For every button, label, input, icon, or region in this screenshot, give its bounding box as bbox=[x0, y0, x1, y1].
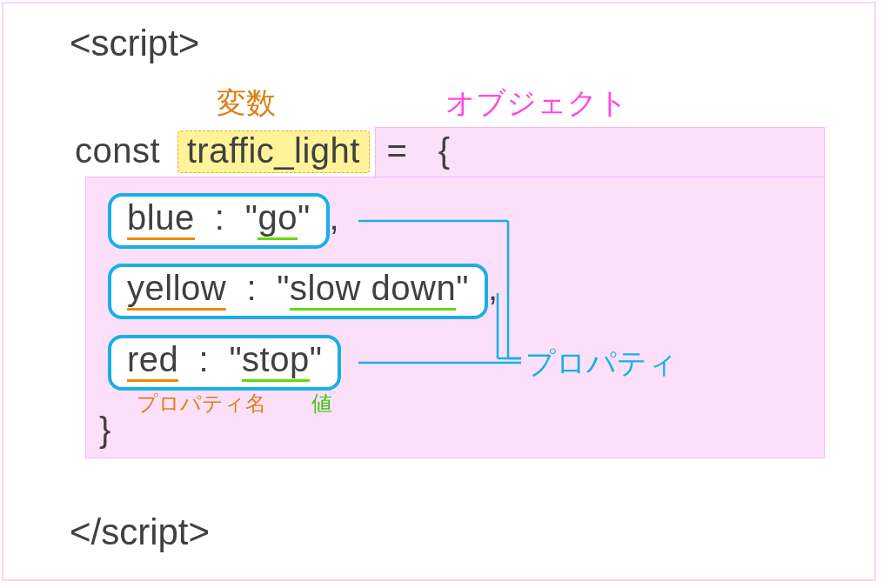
property-pill-blue: blue : "go" bbox=[108, 193, 330, 249]
property-pill-red: red : "stop" bbox=[108, 335, 341, 391]
code-brace-close-text: } bbox=[99, 411, 111, 449]
diagram-canvas: <script> 変数 オブジェクト const traffic_light =… bbox=[2, 2, 876, 581]
code-open-tag: <script> bbox=[70, 23, 199, 64]
code-equals: = bbox=[387, 131, 418, 170]
label-property-text: プロパティ bbox=[525, 346, 678, 379]
prop-name-yellow: yellow bbox=[127, 269, 226, 311]
label-variable: 変数 bbox=[217, 84, 276, 124]
prop-name-blue: blue bbox=[127, 198, 195, 240]
label-variable-text: 変数 bbox=[217, 86, 276, 119]
prop-value-blue: go bbox=[258, 198, 298, 240]
code-close-tag: </script> bbox=[70, 511, 210, 553]
variable-name-box: traffic_light bbox=[177, 130, 370, 173]
prop-comma-blue: , bbox=[330, 198, 340, 237]
property-row-yellow: yellow : "slow down" , bbox=[108, 264, 498, 319]
code-open-tag-text: <script> bbox=[70, 23, 199, 63]
label-object: オブジェクト bbox=[445, 84, 628, 124]
prop-value-red: stop bbox=[242, 340, 310, 382]
property-pill-yellow: yellow : "slow down" bbox=[108, 264, 488, 319]
label-value-name: 値 bbox=[311, 390, 332, 418]
label-property-name: プロパティ名 bbox=[137, 390, 266, 418]
label-property-name-text: プロパティ名 bbox=[137, 391, 266, 415]
label-property: プロパティ bbox=[525, 344, 678, 384]
label-object-text: オブジェクト bbox=[445, 86, 628, 119]
code-line-const: const traffic_light = { bbox=[75, 130, 451, 173]
code-close-tag-text: </script> bbox=[70, 511, 210, 552]
code-brace-open: { bbox=[438, 131, 451, 170]
variable-name-text: traffic_light bbox=[187, 131, 360, 170]
prop-value-yellow: slow down bbox=[290, 269, 456, 311]
prop-comma-yellow: , bbox=[488, 269, 498, 307]
code-brace-close: } bbox=[99, 411, 111, 450]
label-value-name-text: 値 bbox=[311, 391, 332, 415]
code-const-kw: const bbox=[75, 131, 160, 170]
prop-name-red: red bbox=[127, 340, 178, 382]
property-row-blue: blue : "go" , bbox=[108, 193, 339, 249]
property-row-red: red : "stop" bbox=[108, 335, 341, 391]
